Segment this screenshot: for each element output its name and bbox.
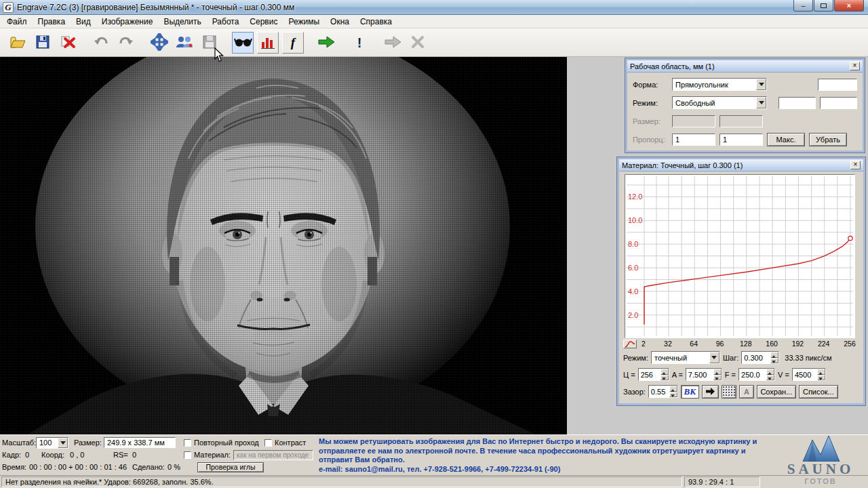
send-button[interactable] xyxy=(382,32,403,54)
contrast-checkbox[interactable] xyxy=(264,439,272,447)
undo-button[interactable] xyxy=(90,32,112,54)
cancel-button[interactable] xyxy=(407,32,429,54)
proporc-label: Пропорц: xyxy=(633,136,668,144)
save-copy-button[interactable] xyxy=(199,32,220,54)
users-button[interactable] xyxy=(174,32,195,54)
needle-check-button[interactable]: Проверка иглы xyxy=(197,462,264,472)
close-button[interactable]: × xyxy=(834,0,864,12)
halftone-pattern-button[interactable] xyxy=(722,385,736,399)
arrow-button[interactable] xyxy=(702,385,719,399)
curve-mode-button[interactable] xyxy=(623,340,637,348)
workarea-size-field-1 xyxy=(672,115,715,127)
spin-down-icon[interactable] xyxy=(713,375,722,381)
attention-button[interactable]: ! xyxy=(349,32,370,54)
forma-combo[interactable]: Прямоугольник xyxy=(672,78,767,91)
spin-down-icon[interactable] xyxy=(766,375,774,381)
workarea-extra-field-3[interactable] xyxy=(820,97,857,109)
menu-item-windows[interactable]: Окна xyxy=(325,16,355,28)
status-bar: Нет разделения на ячейки.* Ударов: 66926… xyxy=(0,475,868,488)
gap-spinner[interactable]: 0.55 xyxy=(648,385,678,398)
histogram-button[interactable] xyxy=(257,32,279,54)
repeat-pass-label: Повторный проход xyxy=(194,439,264,447)
delete-button[interactable] xyxy=(57,32,79,54)
repeat-pass-checkbox[interactable] xyxy=(184,439,191,447)
svg-text:4.0: 4.0 xyxy=(628,287,638,296)
spin-up-icon[interactable] xyxy=(770,352,778,358)
max-button[interactable]: Макс. xyxy=(767,133,805,146)
x-tick-label: 128 xyxy=(740,340,752,348)
spin-up-icon[interactable] xyxy=(660,369,669,375)
menu-item-image[interactable]: Изображение xyxy=(96,16,159,28)
material-mode-combo[interactable]: точечный xyxy=(651,351,720,364)
workarea-extra-field-2[interactable] xyxy=(778,97,816,109)
remove-button[interactable]: Убрать xyxy=(809,133,847,146)
step-spinner[interactable]: 0.300 xyxy=(741,351,779,364)
open-button[interactable] xyxy=(7,32,28,54)
menu-item-file[interactable]: Файл xyxy=(1,16,33,28)
spin-down-icon[interactable] xyxy=(770,358,778,364)
menu-item-modes[interactable]: Режимы xyxy=(283,16,325,28)
material-close-icon[interactable]: × xyxy=(850,161,861,169)
c-value: 256 xyxy=(639,369,660,380)
status-message: Нет разделения на ячейки.* Ударов: 66926… xyxy=(5,478,214,486)
zoom-combo[interactable]: 100 xyxy=(36,437,68,449)
redo-button[interactable] xyxy=(115,32,137,54)
run-button[interactable] xyxy=(315,32,337,54)
time-value: 00 : 00 : 00 + 00 : 00 : 01 : 46 xyxy=(29,463,132,471)
chevron-down-icon xyxy=(756,97,766,108)
proporc-field-1[interactable]: 1 xyxy=(672,134,715,146)
forma-combo-value: Прямоугольник xyxy=(673,79,756,90)
c-spinner[interactable]: 256 xyxy=(638,368,669,381)
status-message-panel: Нет разделения на ячейки.* Ударов: 66926… xyxy=(1,476,682,487)
bk-toggle-button[interactable]: ВК xyxy=(681,385,699,399)
minimize-button[interactable]: – xyxy=(793,0,813,12)
spin-up-icon[interactable] xyxy=(713,369,722,375)
brand-name: SAUNO xyxy=(787,462,854,476)
letter-a-button[interactable]: A xyxy=(739,385,754,399)
menu-item-work[interactable]: Работа xyxy=(207,16,245,28)
preview-glasses-button[interactable] xyxy=(232,32,254,54)
v-label: V = xyxy=(778,371,789,379)
engraving-canvas[interactable] xyxy=(0,57,567,434)
move-button[interactable] xyxy=(149,32,170,54)
menu-item-select[interactable]: Выделить xyxy=(158,16,206,28)
f-spinner[interactable]: 250.0 xyxy=(738,368,775,381)
title-bar[interactable]: G Engrave 7.2C (3) [гравирование] Безымя… xyxy=(0,0,868,15)
spin-down-icon[interactable] xyxy=(669,392,677,398)
menu-item-service[interactable]: Сервис xyxy=(244,16,283,28)
menu-item-edit[interactable]: Правка xyxy=(33,16,71,28)
menu-item-help[interactable]: Справка xyxy=(355,16,397,28)
material-save-button[interactable]: Сохран... xyxy=(757,385,796,399)
done-label: Сделано: xyxy=(132,463,167,471)
work-area-close-icon[interactable]: × xyxy=(850,62,860,70)
spin-down-icon[interactable] xyxy=(817,375,825,381)
workarea-mode-label: Режим: xyxy=(633,99,668,107)
save-button[interactable] xyxy=(32,32,54,54)
maximize-button[interactable] xyxy=(814,0,833,12)
material-panel-titlebar[interactable]: Материал: Точечный, шаг 0.300 (1) × xyxy=(619,159,863,171)
x-tick-label: 224 xyxy=(818,340,830,348)
workarea-mode-combo[interactable]: Свободный xyxy=(672,96,767,109)
material-checkbox[interactable] xyxy=(184,451,191,459)
spin-up-icon[interactable] xyxy=(766,369,774,375)
workarea-extra-field-1[interactable] xyxy=(818,79,857,91)
spin-down-icon[interactable] xyxy=(660,375,669,381)
users-icon xyxy=(176,35,193,50)
frame-label: Кадр: xyxy=(2,451,25,459)
chart-x-axis: 2326496128160192224256 xyxy=(625,338,855,349)
work-area-panel-titlebar[interactable]: Рабочая область, мм (1) × xyxy=(627,60,863,73)
menu-item-view[interactable]: Вид xyxy=(71,16,96,28)
a-spinner[interactable]: 7.500 xyxy=(686,368,722,381)
v-spinner[interactable]: 4500 xyxy=(792,368,826,381)
material-list-button[interactable]: Список... xyxy=(799,385,838,399)
font-f-button[interactable]: f xyxy=(282,32,304,54)
proporc-field-2[interactable]: 1 xyxy=(719,134,763,146)
v-value: 4500 xyxy=(793,369,817,380)
spin-up-icon[interactable] xyxy=(669,386,677,392)
material-curve-chart[interactable]: 2.04.06.08.010.012.0 xyxy=(625,174,855,338)
x-tick-label: 256 xyxy=(844,340,856,348)
spin-up-icon[interactable] xyxy=(817,369,825,375)
svg-text:8.0: 8.0 xyxy=(628,240,638,248)
a-label: A = xyxy=(672,371,683,379)
mountain-logo-icon xyxy=(799,434,842,462)
